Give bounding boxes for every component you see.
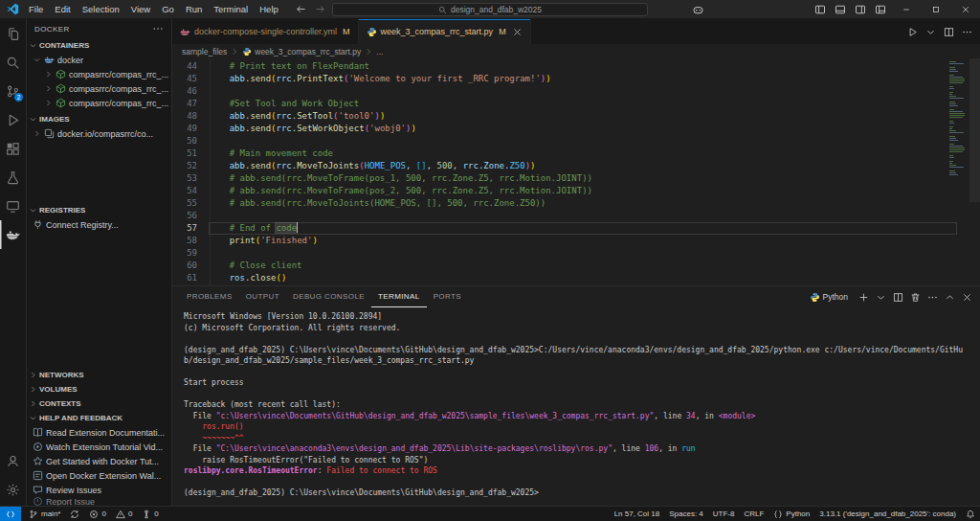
code-line[interactable]: 50 — [172, 135, 957, 147]
tree-item[interactable]: Connect Registry... — [27, 217, 171, 232]
activity-testing[interactable] — [0, 163, 26, 192]
activity-run-and-debug[interactable] — [0, 105, 26, 134]
toggle-primary-sidebar-icon[interactable] — [814, 4, 826, 15]
status-remote[interactable] — [0, 507, 21, 521]
minimap[interactable] — [949, 61, 969, 175]
tree-item[interactable]: Review Issues — [27, 483, 171, 497]
status-sync-changes[interactable] — [65, 507, 84, 521]
breadcrumb-item[interactable]: sample_files — [182, 47, 227, 57]
split-terminal-icon[interactable] — [893, 292, 903, 303]
customize-layout-icon[interactable] — [875, 4, 886, 15]
copilot-icon[interactable] — [692, 4, 704, 16]
menu-view[interactable]: View — [125, 0, 156, 18]
tree-item[interactable]: compasrrc/compas_rrc_... — [27, 67, 171, 81]
close-button[interactable] — [950, 0, 980, 19]
code-line[interactable]: 45 abb.send(rrc.PrintText('Welcome to yo… — [172, 73, 957, 85]
breadcrumb-item[interactable]: week_3_compas_rrc_start.py — [255, 47, 361, 57]
split-editor-icon[interactable] — [944, 27, 954, 37]
menu-help[interactable]: Help — [254, 0, 284, 18]
maximize-panel-icon[interactable] — [945, 292, 955, 303]
code-line[interactable]: 53 # abb.send(rrc.MoveToFrame(pos_1, 500… — [172, 172, 957, 185]
tree-item[interactable]: Get Started with Docker Tut... — [27, 454, 171, 468]
activity-source-control[interactable]: 2 — [0, 77, 26, 105]
code-line[interactable]: 46 — [172, 85, 957, 98]
code-line[interactable]: 49 abb.send(rrc.SetWorkObject('wobj0')) — [172, 123, 957, 135]
nav-back-icon[interactable] — [296, 4, 306, 14]
more-terminal-actions-icon[interactable] — [927, 292, 938, 303]
code-line[interactable]: 44 # Print text on FlexPendant — [172, 60, 957, 73]
status-errors[interactable]: 0 — [84, 507, 110, 521]
status-python-interpreter[interactable]: 3.13.1 ('design_and_dfab_2025': conda) — [814, 507, 961, 521]
code-line[interactable]: 48 abb.send(rrc.SetTool('tool0')) — [172, 110, 957, 123]
editor-scrollbar[interactable] — [969, 58, 980, 202]
menu-edit[interactable]: Edit — [49, 0, 76, 18]
new-terminal-icon[interactable] — [858, 292, 869, 303]
tree-item[interactable]: compasrrc/compas_rrc_... — [27, 81, 171, 96]
status-indentation[interactable]: Spaces: 4 — [664, 507, 708, 521]
tab-active[interactable]: week_3_compas_rrc_start.pyM — [359, 19, 531, 44]
terminal-profile-dropdown-icon[interactable] — [876, 292, 886, 303]
status-branch[interactable]: main* — [24, 507, 65, 521]
panel-tab-output[interactable]: OUTPUT — [239, 286, 286, 307]
code-line[interactable]: 57 # End of code — [172, 222, 957, 235]
status-broadcast[interactable]: 0 — [137, 507, 163, 521]
code-editor[interactable]: 44 # Print text on FlexPendant45 abb.sen… — [172, 58, 980, 285]
section-header-images[interactable]: IMAGES — [27, 112, 171, 126]
section-header-help[interactable]: HELP AND FEEDBACK — [27, 411, 171, 425]
tab-inactive[interactable]: docker-compose-single-controller.ymlM — [172, 19, 359, 44]
sidebar-more-actions-icon[interactable] — [152, 23, 164, 34]
panel-tab-problems[interactable]: PROBLEMS — [180, 286, 239, 307]
status-encoding[interactable]: UTF-8 — [708, 507, 740, 521]
menu-go[interactable]: Go — [156, 0, 180, 18]
tree-item[interactable]: Read Extension Documentati... — [27, 425, 171, 440]
code-line[interactable]: 61 ros.close() — [172, 272, 957, 284]
activity-search[interactable] — [0, 48, 26, 77]
status-cursor-position[interactable]: Ln 57, Col 18 — [610, 507, 665, 521]
activity-remote-explorer[interactable] — [0, 192, 26, 220]
menu-selection[interactable]: Selection — [77, 0, 125, 18]
section-header-registries[interactable]: REGISTRIES — [27, 203, 171, 217]
code-line[interactable]: 47 #Set Tool and Work Object — [172, 98, 957, 110]
panel-tab-terminal[interactable]: TERMINAL — [371, 286, 427, 307]
section-header-contexts[interactable]: CONTEXTS — [27, 396, 171, 411]
menu-run[interactable]: Run — [180, 0, 208, 18]
menu-terminal[interactable]: Terminal — [208, 0, 254, 18]
tab-close-icon[interactable] — [512, 27, 523, 37]
maximize-restore-button[interactable] — [921, 0, 950, 19]
toggle-panel-icon[interactable] — [835, 4, 846, 15]
status-eol[interactable]: CRLF — [739, 507, 768, 521]
code-line[interactable]: 55 # abb.send(rrc.MoveToJoints(HOME_POS,… — [172, 197, 957, 210]
code-line[interactable]: 52 abb.send(rrc.MoveToJoints(HOME_POS, [… — [172, 160, 957, 172]
terminal-output[interactable]: Microsoft Windows [Version 10.0.26100.28… — [172, 307, 980, 506]
tree-item[interactable]: docker — [27, 53, 171, 67]
status-warnings[interactable]: 0 — [111, 507, 137, 521]
close-panel-icon[interactable] — [962, 292, 972, 303]
section-header-volumes[interactable]: VOLUMES — [27, 382, 171, 396]
activity-docker[interactable] — [0, 220, 26, 249]
run-python-file-icon[interactable] — [907, 27, 918, 37]
code-line[interactable]: 56 — [172, 210, 957, 222]
panel-tab-debug-console[interactable]: DEBUG CONSOLE — [286, 286, 371, 307]
tree-item[interactable]: Open Docker Extension Wal... — [27, 468, 171, 483]
code-line[interactable]: 60 # Close client — [172, 260, 957, 272]
section-header-containers[interactable]: CONTAINERS — [27, 38, 171, 53]
activity-manage[interactable] — [0, 475, 26, 504]
nav-forward-icon[interactable] — [315, 4, 325, 14]
toggle-secondary-sidebar-icon[interactable] — [855, 4, 866, 15]
panel-tab-ports[interactable]: PORTS — [427, 286, 468, 307]
run-dropdown-icon[interactable] — [925, 27, 936, 37]
tree-item[interactable]: docker.io/compasrrc/co... — [27, 126, 171, 141]
code-line[interactable]: 59 — [172, 247, 957, 260]
menu-file[interactable]: File — [23, 0, 49, 18]
breadcrumb-item[interactable]: ... — [376, 47, 383, 57]
tree-item[interactable]: Watch Extension Tutorial Vid... — [27, 440, 171, 454]
kill-terminal-icon[interactable] — [910, 292, 921, 303]
tree-item[interactable]: Report Issue — [27, 497, 171, 506]
more-editor-actions-icon[interactable] — [962, 27, 972, 37]
code-line[interactable]: 58 print('Finished') — [172, 235, 957, 247]
section-header-networks[interactable]: NETWORKS — [27, 368, 171, 382]
activity-explorer[interactable] — [0, 19, 26, 48]
activity-accounts[interactable] — [0, 446, 26, 475]
code-line[interactable]: 51 # Main movement code — [172, 147, 957, 160]
activity-extensions[interactable] — [0, 134, 26, 163]
